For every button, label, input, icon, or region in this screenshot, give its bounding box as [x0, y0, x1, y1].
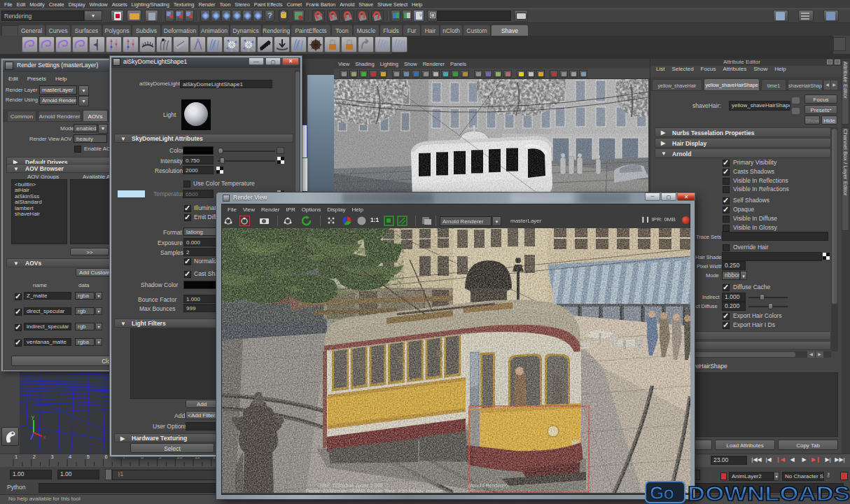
svg-text:x: x	[43, 434, 46, 440]
svg-text:Go: Go	[650, 482, 674, 503]
svg-text:Frame: 23 Memory: 700MB: Frame: 23 Memory: 700MB Render Time: 7:2…	[306, 489, 443, 493]
svg-text:6: 6	[105, 454, 108, 460]
svg-text:Size: 1280x544 Zoom: 1.000: Size: 1280x544 Zoom: 1.000	[320, 483, 383, 488]
svg-text:y: y	[32, 414, 34, 420]
svg-text:(Arnold Renderer): (Arnold Renderer)	[468, 483, 508, 489]
svg-text:DOWNLOADS: DOWNLOADS	[688, 482, 850, 504]
svg-text:3: 3	[50, 454, 53, 460]
svg-text:1: 1	[15, 454, 18, 460]
svg-text:2: 2	[33, 454, 36, 460]
svg-text:5: 5	[87, 454, 90, 460]
svg-text:4: 4	[69, 454, 71, 460]
